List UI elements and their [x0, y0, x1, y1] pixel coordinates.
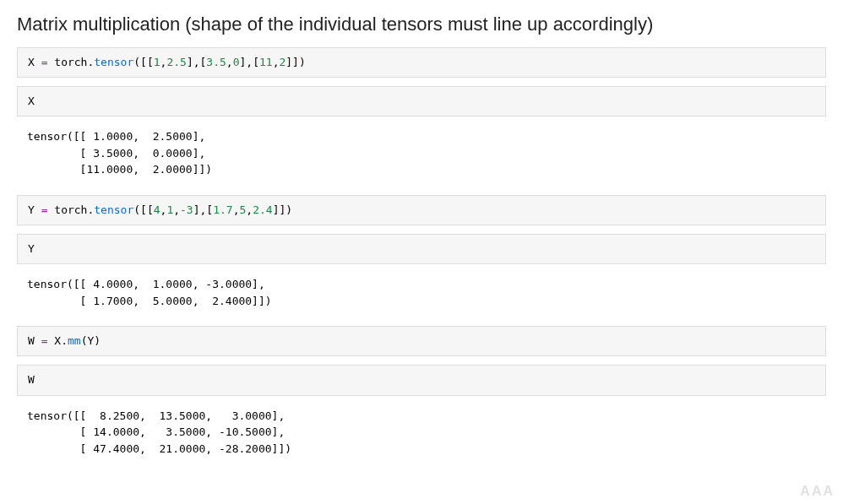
code-token: =	[35, 203, 54, 216]
code-token: ]])	[273, 203, 292, 216]
code-token: ],[	[193, 203, 213, 216]
code-cell: X	[17, 86, 826, 117]
code-cell: Y	[17, 234, 826, 264]
code-token: mm	[68, 334, 81, 347]
code-token: -3	[180, 203, 193, 216]
code-token: 1.7	[213, 203, 232, 216]
code-token: W	[28, 334, 35, 347]
code-cell: X = torch.tensor([[1,2.5],[3.5,0],[11,2]…	[17, 47, 826, 78]
code-token: Y	[28, 242, 35, 255]
code-cell: W = X.mm(Y)	[17, 326, 826, 356]
code-token: ([[	[133, 203, 153, 216]
code-token: torch.	[54, 203, 94, 216]
code-token: 2.5	[166, 56, 186, 68]
code-token: ],[	[240, 56, 259, 68]
code-token: 4	[154, 203, 160, 216]
code-token: ,	[173, 203, 180, 216]
code-cell: Y = torch.tensor([[4,1,-3],[1.7,5,2.4]])	[17, 195, 826, 225]
output-cell: tensor([[ 4.0000, 1.0000, -3.0000], [ 1.…	[17, 273, 826, 317]
output-cell: tensor([[ 8.2500, 13.5000, 3.0000], [ 14…	[17, 404, 826, 466]
code-cell: W	[17, 365, 826, 395]
code-token: Y	[28, 203, 35, 216]
code-token: 1	[154, 56, 160, 68]
code-token: 0	[233, 56, 240, 68]
output-cell: tensor([[ 1.0000, 2.5000], [ 3.5000, 0.0…	[17, 125, 826, 187]
code-token: ([[	[133, 56, 153, 68]
code-token: tensor	[94, 56, 133, 68]
code-token: ,	[226, 56, 233, 68]
code-token: X	[28, 95, 35, 107]
code-token: )	[94, 334, 101, 347]
code-token: W	[28, 373, 35, 386]
code-token: 11	[259, 56, 273, 68]
code-token: X.	[54, 334, 68, 347]
code-token: ,	[246, 203, 253, 216]
watermark: AAA	[800, 484, 835, 487]
section-heading: Matrix multiplication (shape of the indi…	[17, 14, 826, 35]
code-token: 3.5	[206, 56, 226, 68]
code-token: tensor	[94, 203, 133, 216]
code-token: torch.	[54, 56, 94, 68]
code-token: ,	[233, 203, 240, 216]
code-token: ]])	[286, 56, 305, 68]
code-token: 2.4	[253, 203, 272, 216]
code-token: X	[28, 56, 35, 68]
code-token: ],[	[187, 56, 206, 68]
code-token: =	[35, 334, 54, 347]
code-token: =	[35, 56, 54, 68]
